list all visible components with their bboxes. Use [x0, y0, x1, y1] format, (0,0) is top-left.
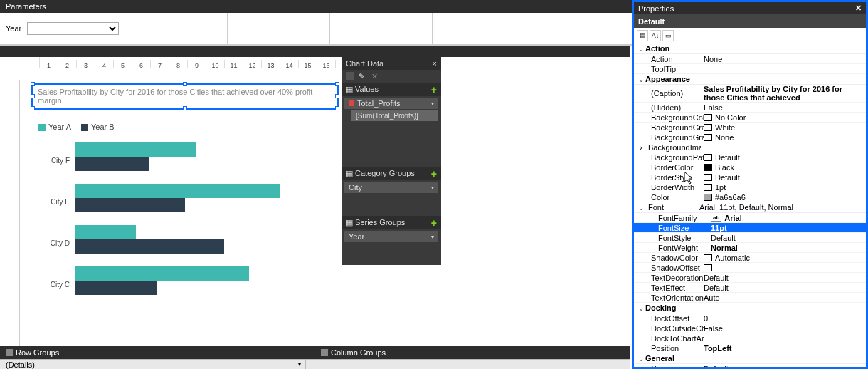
property-row[interactable]: ActionNone: [634, 54, 866, 64]
bar-year-b[interactable]: [75, 198, 185, 212]
values-subitem[interactable]: [Sum(Total_Profits)]: [351, 110, 438, 121]
chart-data-header[interactable]: Chart Data ×: [342, 57, 441, 70]
legend-item-b: Year B: [81, 123, 115, 131]
selection-handle[interactable]: [183, 82, 187, 86]
property-row[interactable]: BackgroundColorNo Color: [634, 113, 866, 123]
property-row[interactable]: NameDefault: [634, 364, 866, 367]
property-row[interactable]: ShadowColorAutomatic: [634, 253, 866, 263]
bar-year-b[interactable]: [75, 281, 157, 295]
bar-year-a[interactable]: [75, 142, 196, 157]
property-row[interactable]: ToolTip: [634, 64, 866, 74]
y-axis-label: City C: [38, 281, 70, 289]
add-value-icon[interactable]: +: [431, 86, 437, 93]
bar-chart-icon[interactable]: [346, 72, 354, 80]
alphabetical-icon[interactable]: A↓: [650, 30, 661, 41]
expand-toggle-icon[interactable]: ⌄: [637, 304, 645, 312]
chart-title-text: Sales Profitability by City for 2016 for…: [38, 88, 312, 105]
property-row[interactable]: TextEffectDefault: [634, 283, 866, 293]
expand-toggle-icon[interactable]: ⌄: [637, 355, 645, 363]
property-row[interactable]: BorderWidth1pt: [634, 182, 866, 192]
selection-handle[interactable]: [31, 94, 35, 98]
column-groups-header[interactable]: Column Groups: [315, 346, 630, 359]
property-row[interactable]: TextOrientationAuto: [634, 293, 866, 303]
properties-header: Properties ✕: [634, 2, 866, 14]
property-row[interactable]: (Hidden)False: [634, 103, 866, 113]
param-cell-year: Year: [0, 13, 125, 45]
property-row[interactable]: FontWeightNormal: [634, 243, 866, 253]
chart-title-box[interactable]: Sales Profitability by City for 2016 for…: [31, 83, 339, 110]
property-category[interactable]: ⌄Appearance: [634, 74, 866, 85]
property-row[interactable]: BackgroundGradieWhite: [634, 123, 866, 132]
property-row[interactable]: DockOutsideChartFalse: [634, 323, 866, 333]
properties-panel: Properties ✕ Default ▤ A↓ ▭ ⌄ActionActio…: [632, 0, 868, 369]
bar-year-a[interactable]: [75, 225, 136, 239]
bar-year-b[interactable]: [75, 157, 149, 171]
properties-title: Properties: [638, 4, 674, 13]
design-surface: 12345678910111213141516 Sales Profitabil…: [0, 46, 630, 346]
property-row[interactable]: TextDecorationDefault: [634, 273, 866, 283]
add-category-icon[interactable]: +: [431, 170, 437, 177]
properties-object-name: Default: [634, 14, 866, 28]
y-axis-label: City E: [38, 198, 70, 206]
categorized-icon[interactable]: ▤: [637, 30, 648, 41]
property-row[interactable]: ›BackgroundImage: [634, 142, 866, 152]
property-row[interactable]: FontSize11pt: [634, 223, 866, 233]
selection-handle[interactable]: [335, 82, 339, 86]
close-icon[interactable]: ✕: [855, 4, 862, 13]
expand-toggle-icon[interactable]: ⌄: [637, 76, 645, 83]
property-row[interactable]: ShadowOffset: [634, 263, 866, 273]
param-cell-4[interactable]: [330, 13, 433, 45]
add-series-icon[interactable]: +: [431, 219, 437, 227]
close-icon[interactable]: ×: [433, 59, 437, 68]
y-axis-label: City D: [38, 239, 70, 247]
property-row[interactable]: (Caption)Sales Profitability by City for…: [634, 85, 866, 103]
report-canvas[interactable]: Sales Profitability by City for 2016 for…: [21, 68, 630, 346]
property-category[interactable]: ⌄Action: [634, 43, 866, 54]
property-row[interactable]: BackgroundGradieNone: [634, 132, 866, 142]
properties-grid[interactable]: ⌄ActionActionNoneToolTip⌄Appearance(Capt…: [634, 43, 866, 367]
property-row[interactable]: BorderStyleDefault: [634, 172, 866, 182]
details-bar: (Details)▾: [0, 359, 630, 369]
property-category[interactable]: ⌄Docking: [634, 303, 866, 313]
param-year-label: Year: [6, 24, 21, 33]
selection-handle[interactable]: [31, 106, 35, 110]
property-row[interactable]: BackgroundPatterDefault: [634, 152, 866, 162]
edit-icon[interactable]: ✎: [359, 72, 367, 80]
row-groups-header[interactable]: Row Groups: [0, 346, 315, 359]
selection-handle[interactable]: [335, 106, 339, 110]
selection-handle[interactable]: [183, 106, 187, 110]
property-row[interactable]: PositionTopLeft: [634, 343, 866, 353]
groups-bar: Row Groups Column Groups: [0, 346, 630, 359]
property-row[interactable]: BorderColorBlack: [634, 162, 866, 172]
property-row[interactable]: DockOffset0: [634, 313, 866, 323]
chart-data-panel[interactable]: Chart Data × ✎ ✕ ▦ Values + Total_Profit…: [342, 57, 441, 265]
selection-handle[interactable]: [335, 94, 339, 98]
property-pages-icon[interactable]: ▭: [662, 30, 674, 41]
selection-handle[interactable]: [31, 82, 35, 86]
chart-area[interactable]: City FCity ECity DCity C: [38, 140, 337, 339]
chart-legend: Year A Year B: [38, 123, 115, 131]
values-item[interactable]: Total_Profits▾: [344, 98, 438, 109]
bar-year-b[interactable]: [75, 239, 224, 254]
expand-toggle-icon[interactable]: ⌄: [637, 45, 645, 53]
param-cell-2[interactable]: [125, 13, 228, 45]
properties-toolbar: ▤ A↓ ▭: [634, 28, 866, 43]
property-row[interactable]: FontFamilyabArial: [634, 213, 866, 223]
property-row[interactable]: Color#a6a6a6: [634, 192, 866, 202]
param-year-select[interactable]: [27, 22, 119, 35]
category-item[interactable]: City▾: [344, 182, 438, 193]
property-row[interactable]: DockToChartArea: [634, 333, 866, 343]
series-item[interactable]: Year▾: [344, 231, 438, 242]
property-row[interactable]: FontStyleDefault: [634, 233, 866, 243]
bar-year-a[interactable]: [75, 266, 249, 281]
property-category[interactable]: ⌄General: [634, 353, 866, 364]
values-section-header: ▦ Values +: [342, 83, 441, 96]
bar-year-a[interactable]: [75, 184, 280, 198]
series-section-header: ▦ Series Groups +: [342, 216, 441, 229]
details-dropdown[interactable]: (Details)▾: [0, 360, 306, 369]
strip-top: [0, 46, 630, 57]
delete-icon[interactable]: ✕: [371, 72, 380, 80]
property-subcategory[interactable]: ⌄FontArial, 11pt, Default, Normal: [634, 202, 866, 213]
ruler-horizontal: 12345678910111213141516: [21, 57, 630, 68]
param-cell-3[interactable]: [228, 13, 330, 45]
